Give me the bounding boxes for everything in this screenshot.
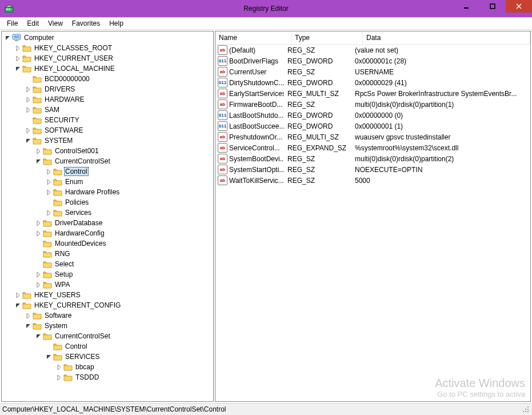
expander-closed-icon[interactable]: [14, 55, 21, 62]
list-row[interactable]: abPreshutdownOr...REG_MULTI_SZwuauserv g…: [215, 131, 530, 142]
expander-closed-icon[interactable]: [25, 96, 31, 103]
tree-node[interactable]: System: [2, 321, 213, 331]
tree-pane[interactable]: ComputerHKEY_CLASSES_ROOTHKEY_CURRENT_US…: [1, 31, 214, 402]
list-row[interactable]: abCurrentUserREG_SZUSERNAME: [215, 66, 530, 77]
tree-node[interactable]: bbcap: [2, 362, 213, 372]
tree-node[interactable]: HKEY_CURRENT_USER: [2, 53, 213, 63]
expander-open-icon[interactable]: [35, 333, 42, 340]
tree-node[interactable]: HKEY_LOCAL_MACHINE: [2, 63, 213, 74]
tree-node[interactable]: HKEY_CURRENT_CONFIG: [2, 300, 213, 310]
tree-node-label: HKEY_CURRENT_CONFIG: [33, 301, 122, 309]
tree-node[interactable]: MountedDevices: [2, 238, 213, 249]
tree-node[interactable]: Select: [2, 259, 213, 269]
tree-node[interactable]: DRIVERS: [2, 84, 213, 94]
expander-open-icon[interactable]: [25, 137, 31, 144]
tree-node[interactable]: Policies: [2, 197, 213, 207]
value-type-cell: REG_SZ: [284, 177, 351, 185]
expander-closed-icon[interactable]: [35, 281, 42, 288]
list-row[interactable]: abServiceControl...REG_EXPAND_SZ%systemr…: [215, 142, 530, 153]
expander-closed-icon[interactable]: [25, 106, 31, 113]
value-data-cell: multi(0)disk(0)rdisk(0)partition(2): [351, 155, 530, 163]
list-pane[interactable]: Name Type Data ab(Default)REG_SZ(value n…: [215, 31, 531, 402]
tree-node[interactable]: BCD00000000: [2, 74, 213, 84]
expander-open-icon[interactable]: [45, 353, 52, 360]
list-row[interactable]: 011DirtyShutdownC...REG_DWORD0x00000029 …: [215, 77, 530, 88]
expander-open-icon[interactable]: [14, 65, 21, 72]
close-button[interactable]: [506, 0, 532, 13]
resize-grip-icon[interactable]: [522, 405, 530, 413]
tree-node[interactable]: Hardware Profiles: [2, 187, 213, 197]
menu-help[interactable]: Help: [105, 18, 128, 29]
column-header-name[interactable]: Name: [215, 31, 291, 44]
tree-node[interactable]: HARDWARE: [2, 94, 213, 105]
value-name: EarlyStartServices: [229, 90, 284, 98]
list-row[interactable]: ab(Default)REG_SZ(value not set): [215, 45, 530, 55]
tree-node[interactable]: CurrentControlSet: [2, 156, 213, 166]
expander-closed-icon[interactable]: [45, 209, 52, 216]
column-header-type[interactable]: Type: [291, 31, 363, 44]
expander-closed-icon[interactable]: [25, 86, 31, 93]
expander-closed-icon[interactable]: [35, 230, 42, 237]
expander-closed-icon[interactable]: [25, 127, 31, 134]
expander-closed-icon[interactable]: [55, 374, 62, 381]
list-row[interactable]: abWaitToKillServic...REG_SZ5000: [215, 175, 530, 186]
list-row[interactable]: abFirmwareBootD...REG_SZmulti(0)disk(0)r…: [215, 99, 530, 110]
expander-closed-icon[interactable]: [45, 178, 52, 185]
expander-closed-icon[interactable]: [35, 220, 42, 226]
tree-node[interactable]: SYSTEM: [2, 135, 213, 146]
maximize-button[interactable]: [479, 0, 506, 13]
tree-node[interactable]: Enum: [2, 177, 213, 187]
tree-node[interactable]: WPA: [2, 280, 213, 290]
list-row[interactable]: abSystemStartOpti...REG_SZ NOEXECUTE=OPT…: [215, 164, 530, 175]
expander-open-icon[interactable]: [35, 158, 42, 165]
menu-edit[interactable]: Edit: [22, 18, 43, 29]
expander-open-icon[interactable]: [14, 302, 21, 309]
expander-closed-icon[interactable]: [55, 364, 62, 370]
tree-node[interactable]: Control: [2, 341, 213, 352]
tree-node[interactable]: SOFTWARE: [2, 125, 213, 135]
value-data-cell: wuauserv gpsvc trustedinstaller: [351, 133, 530, 141]
tree-node[interactable]: CurrentControlSet: [2, 331, 213, 341]
tree-node[interactable]: ControlSet001: [2, 146, 213, 156]
tree-node[interactable]: Setup: [2, 269, 213, 280]
value-type-cell: REG_SZ: [284, 46, 351, 54]
tree-node[interactable]: Software: [2, 310, 213, 321]
tree-node[interactable]: Services: [2, 207, 213, 218]
menu-file[interactable]: File: [2, 18, 22, 29]
expander-open-icon[interactable]: [4, 34, 11, 41]
list-row[interactable]: 011LastBootShutdo...REG_DWORD0x00000000 …: [215, 110, 530, 121]
tree-node[interactable]: HardwareConfig: [2, 228, 213, 238]
expander-open-icon[interactable]: [25, 322, 31, 329]
tree-node[interactable]: RNG: [2, 249, 213, 259]
expander-closed-icon[interactable]: [25, 312, 31, 319]
minimize-button[interactable]: [453, 0, 479, 13]
expander-closed-icon[interactable]: [45, 168, 52, 175]
value-name: SystemStartOpti...: [229, 166, 284, 174]
tree-node[interactable]: HKEY_USERS: [2, 290, 213, 300]
value-name-cell: abEarlyStartServices: [218, 89, 284, 98]
value-name-cell: 011LastBootShutdo...: [218, 110, 284, 120]
menu-favorites[interactable]: Favorites: [67, 18, 105, 29]
list-row[interactable]: abEarlyStartServicesREG_MULTI_SZRpcSs Po…: [215, 88, 530, 99]
tree-node[interactable]: HKEY_CLASSES_ROOT: [2, 43, 213, 53]
expander-closed-icon[interactable]: [35, 147, 42, 154]
expander-closed-icon[interactable]: [14, 45, 21, 51]
expander-closed-icon[interactable]: [35, 271, 42, 278]
list-row[interactable]: 011LastBootSuccee...REG_DWORD0x00000001 …: [215, 121, 530, 131]
tree-node[interactable]: Computer: [2, 33, 213, 43]
tree-node[interactable]: SAM: [2, 105, 213, 115]
expander-closed-icon[interactable]: [14, 292, 21, 298]
tree-node[interactable]: TSDDD: [2, 372, 213, 382]
tree-node-label: Computer: [23, 34, 55, 42]
tree-node[interactable]: DriverDatabase: [2, 218, 213, 228]
value-data-cell: 0x00000029 (41): [351, 79, 530, 87]
tree-node[interactable]: SECURITY: [2, 115, 213, 125]
column-header-data[interactable]: Data: [363, 31, 530, 44]
tree-node[interactable]: Control: [2, 166, 213, 177]
tree-node[interactable]: SERVICES: [2, 352, 213, 362]
titlebar[interactable]: Registry Editor: [0, 0, 532, 17]
list-row[interactable]: abSystemBootDevi...REG_SZmulti(0)disk(0)…: [215, 153, 530, 164]
menu-view[interactable]: View: [43, 18, 67, 29]
expander-closed-icon[interactable]: [45, 189, 52, 195]
list-row[interactable]: 011BootDriverFlagsREG_DWORD0x0000001c (2…: [215, 55, 530, 66]
